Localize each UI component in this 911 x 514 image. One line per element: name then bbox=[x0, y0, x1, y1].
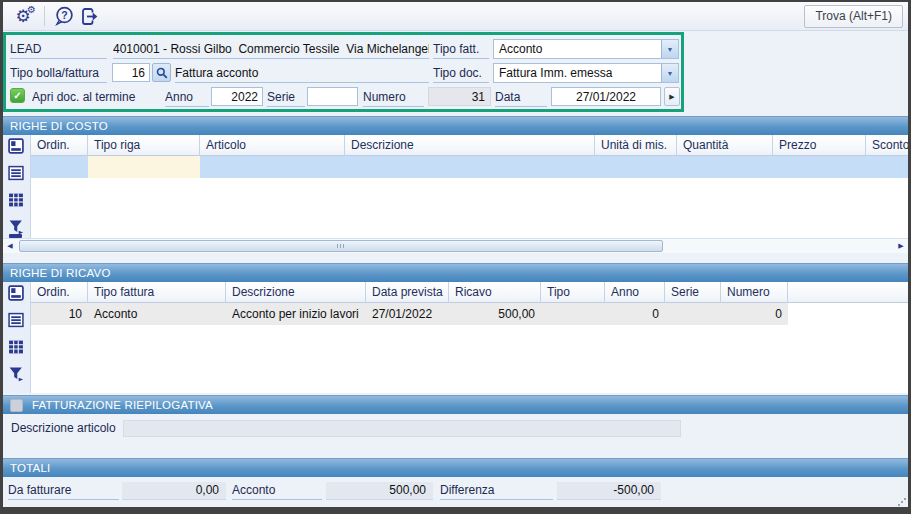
fatturazione-checkbox[interactable] bbox=[10, 399, 23, 412]
form-view-icon[interactable] bbox=[8, 285, 25, 302]
scroll-left-button[interactable]: ◀ bbox=[3, 239, 17, 253]
totali-header: TOTALI bbox=[3, 458, 908, 477]
active-edit-cell[interactable] bbox=[88, 156, 200, 178]
data-input[interactable] bbox=[551, 87, 661, 106]
gear-small-icon: ⚙ bbox=[27, 5, 36, 15]
column-header[interactable]: Descrizione bbox=[226, 282, 366, 303]
document-header-panel: LEAD 4010001 - Rossi Gilbo Commercio Tes… bbox=[3, 32, 684, 112]
differenza-label: Differenza bbox=[440, 482, 553, 500]
tipo-doc-dropdown-button[interactable]: ▼ bbox=[661, 64, 678, 82]
acconto-value: 500,00 bbox=[326, 482, 433, 500]
serie-input[interactable] bbox=[307, 87, 358, 106]
cell-anno[interactable]: 0 bbox=[605, 303, 665, 325]
list-view-icon[interactable] bbox=[8, 165, 25, 182]
righe-di-costo-section: RIGHE DI COSTO Ordin. bbox=[3, 116, 908, 253]
filter-icon[interactable] bbox=[8, 366, 25, 383]
column-header[interactable]: Quantità bbox=[677, 135, 773, 156]
tipo-fatt-dropdown-button[interactable]: ▼ bbox=[661, 40, 678, 58]
exit-door-icon bbox=[80, 7, 100, 26]
fatturazione-header: FATTURAZIONE RIEPILOGATIVA bbox=[3, 395, 908, 414]
ricavo-icon-strip bbox=[3, 282, 31, 393]
cell-ordin[interactable]: 10 bbox=[31, 303, 88, 325]
descrizione-articolo-field[interactable] bbox=[123, 420, 681, 437]
da-fatturare-value: 0,00 bbox=[122, 482, 226, 500]
cell-tipo-fattura[interactable]: Acconto bbox=[88, 303, 226, 325]
cell-numero[interactable]: 0 bbox=[721, 303, 788, 325]
column-header[interactable]: Articolo bbox=[200, 135, 345, 156]
tipo-doc-combobox[interactable]: Fattura Imm. emessa ▼ bbox=[493, 63, 679, 83]
cell-ricavo[interactable]: 500,00 bbox=[449, 303, 541, 325]
costo-grid: Ordin. Tipo riga Articolo Descrizione Un… bbox=[31, 135, 908, 238]
totali-section: TOTALI Da fatturare 0,00 Acconto 500,00 … bbox=[3, 458, 908, 506]
anno-input[interactable] bbox=[211, 87, 263, 106]
da-fatturare-label: Da fatturare bbox=[8, 482, 119, 500]
tipo-bolla-label: Tipo bolla/fattura bbox=[10, 64, 107, 83]
column-header[interactable]: Anno bbox=[605, 282, 665, 303]
anno-label: Anno bbox=[165, 88, 209, 107]
costo-grid-header: Ordin. Tipo riga Articolo Descrizione Un… bbox=[31, 135, 908, 156]
costo-horizontal-scrollbar[interactable]: ◀ ▶ bbox=[3, 238, 908, 253]
help-icon[interactable]: ? bbox=[51, 4, 77, 28]
column-header[interactable]: Prezzo bbox=[773, 135, 866, 156]
column-header[interactable]: Ordin. bbox=[31, 135, 88, 156]
tipo-bolla-code-input[interactable] bbox=[112, 63, 150, 82]
column-header[interactable]: Ricavo bbox=[449, 282, 541, 303]
help-bubble-icon: ? bbox=[54, 6, 75, 27]
arrow-right-icon: ▶ bbox=[669, 93, 674, 100]
svg-text:?: ? bbox=[61, 8, 67, 20]
lead-value[interactable]: 4010001 - Rossi Gilbo Commercio Tessile … bbox=[113, 40, 429, 59]
column-header[interactable]: Sconto bbox=[866, 135, 908, 156]
acconto-label: Acconto bbox=[232, 482, 322, 500]
form-view-icon[interactable] bbox=[8, 138, 25, 155]
tipo-fatt-value: Acconto bbox=[494, 40, 661, 58]
column-header[interactable]: Tipo riga bbox=[88, 135, 200, 156]
toolbar-separator bbox=[44, 6, 45, 26]
righe-di-costo-header: RIGHE DI COSTO bbox=[3, 116, 908, 135]
column-header[interactable]: Unità di mis. bbox=[595, 135, 677, 156]
apri-doc-checkbox[interactable]: ✓ bbox=[10, 88, 25, 103]
cell-serie[interactable] bbox=[665, 303, 721, 325]
trova-button[interactable]: Trova (Alt+F1) bbox=[804, 5, 903, 28]
tipo-bolla-search-button[interactable] bbox=[152, 63, 171, 82]
scroll-right-button[interactable]: ▶ bbox=[894, 239, 908, 253]
numero-label: Numero bbox=[363, 88, 424, 107]
column-header[interactable]: Numero bbox=[721, 282, 788, 303]
ricavo-grid-header: Ordin. Tipo fattura Descrizione Data pre… bbox=[31, 282, 908, 303]
column-header[interactable] bbox=[788, 282, 908, 303]
list-view-icon[interactable] bbox=[8, 312, 25, 329]
table-row[interactable]: 10 Acconto Acconto per inizio lavori 27/… bbox=[31, 303, 908, 325]
column-header[interactable]: Ordin. bbox=[31, 282, 88, 303]
lead-label: LEAD bbox=[10, 40, 107, 59]
descrizione-articolo-label: Descrizione articolo bbox=[11, 419, 119, 438]
grid-view-icon[interactable] bbox=[8, 339, 25, 356]
costo-empty-row-selected[interactable] bbox=[31, 156, 908, 178]
column-header[interactable]: Descrizione bbox=[345, 135, 595, 156]
righe-di-ricavo-section: RIGHE DI RICAVO Ordin. T bbox=[3, 263, 908, 393]
tipo-fatt-combobox[interactable]: Acconto ▼ bbox=[493, 39, 679, 59]
magnifier-icon bbox=[156, 67, 168, 79]
check-icon: ✓ bbox=[13, 91, 21, 101]
section-title: RIGHE DI RICAVO bbox=[10, 267, 111, 279]
cell-tipo[interactable] bbox=[541, 303, 605, 325]
numero-value: 31 bbox=[428, 87, 491, 106]
column-header[interactable]: Tipo fattura bbox=[88, 282, 226, 303]
data-next-button[interactable]: ▶ bbox=[664, 87, 680, 106]
settings-gears-icon[interactable]: ⚙ ⚙ bbox=[8, 4, 38, 28]
column-header[interactable]: Tipo bbox=[541, 282, 605, 303]
fatturazione-riepilogativa-section: FATTURAZIONE RIEPILOGATIVA Descrizione a… bbox=[3, 395, 908, 443]
cell-descrizione[interactable]: Acconto per inizio lavori bbox=[226, 303, 366, 325]
grid-view-icon[interactable] bbox=[8, 192, 25, 209]
tipo-doc-label: Tipo doc. bbox=[433, 64, 489, 83]
cell-data-prevista[interactable]: 27/01/2022 bbox=[366, 303, 449, 325]
column-header[interactable]: Serie bbox=[665, 282, 721, 303]
chevron-down-icon: ▼ bbox=[667, 70, 674, 77]
resize-grip[interactable] bbox=[896, 496, 906, 506]
section-title: RIGHE DI COSTO bbox=[10, 120, 108, 132]
differenza-value: -500,00 bbox=[557, 482, 661, 500]
column-header[interactable]: Data prevista bbox=[366, 282, 449, 303]
app-window: ⚙ ⚙ ? Trova (Alt+F1) LEAD 4010001 - Ross… bbox=[0, 0, 911, 514]
tipo-bolla-description: Fattura acconto bbox=[175, 64, 429, 83]
exit-icon[interactable] bbox=[77, 4, 103, 28]
scrollbar-thumb[interactable] bbox=[19, 240, 663, 252]
apri-doc-label: Apri doc. al termine bbox=[32, 88, 144, 107]
